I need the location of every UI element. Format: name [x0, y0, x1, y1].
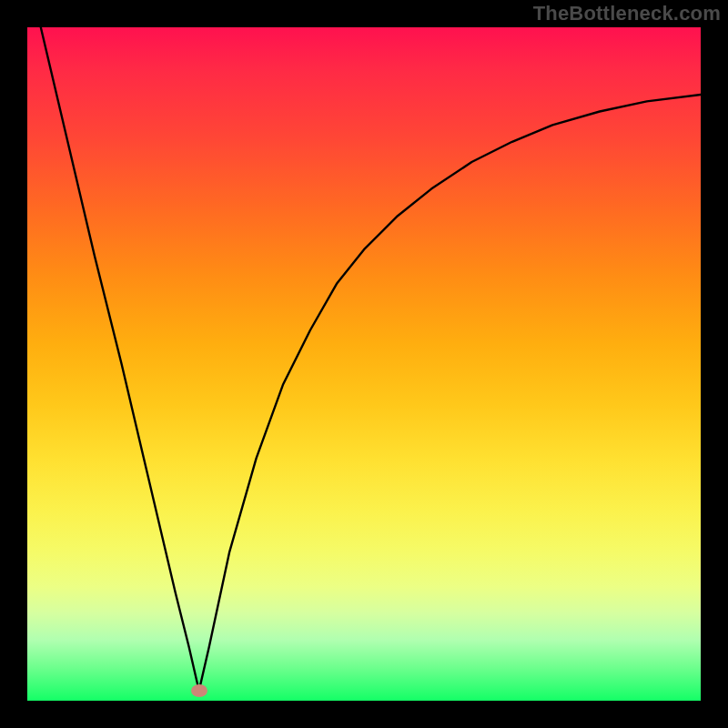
curve-svg: [27, 27, 701, 701]
watermark-text: TheBottleneck.com: [533, 2, 721, 25]
minimum-marker: [191, 684, 207, 697]
plot-area: [27, 27, 701, 701]
bottleneck-curve: [41, 27, 701, 691]
chart-frame: TheBottleneck.com: [0, 0, 728, 728]
